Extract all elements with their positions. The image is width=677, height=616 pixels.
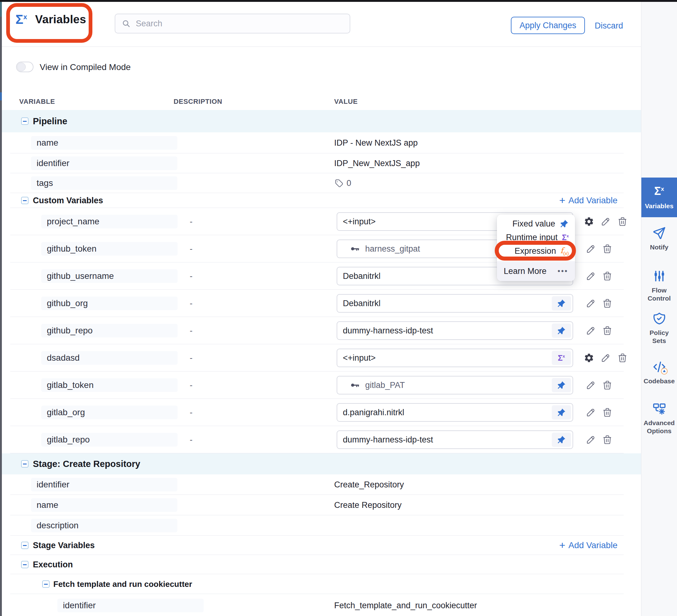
delete-trash-icon[interactable] [602,243,613,254]
variable-name: project_name [47,217,99,227]
variable-name: dsadasd [47,353,80,363]
settings-gear-icon[interactable] [583,216,594,227]
ellipsis-icon: ••• [558,267,568,276]
sidebar-item-notify[interactable]: Notify [641,226,677,251]
variables-sigma-icon: Σx [654,185,664,198]
apply-changes-button[interactable]: Apply Changes [511,17,585,34]
variable-name-pill: gitlab_repo [41,433,178,446]
value-input[interactable]: dummy-harness-idp-test [336,321,573,340]
menu-item-fixed-value[interactable]: Fixed value [497,217,575,231]
add-variable-button[interactable]: +Add Variable [559,540,618,550]
table-row: tags 0 [2,173,641,193]
sidebar-item-policy-sets[interactable]: Policy Sets [641,312,677,345]
sidebar-item-label: Notify [649,243,670,251]
sidebar-item-flow-control[interactable]: Flow Control [641,269,677,302]
expression-annotation-circle [495,241,576,260]
flowchart-gear-icon [652,401,667,416]
variable-name-pill: project_name [41,215,178,228]
edit-pencil-icon[interactable] [585,298,596,309]
section-title: Stage: Create Repository [33,459,140,469]
collapse-icon[interactable] [21,460,29,468]
table-row: identifier Fetch_template_and_run_cookie… [2,594,641,616]
delete-trash-icon[interactable] [602,298,613,309]
sidebar-item-label: Advanced Options [641,419,677,435]
search-box[interactable] [115,14,350,34]
value-text: <+input> [343,217,376,227]
sidebar-item-label: Variables [643,202,675,210]
edit-pencil-icon[interactable] [600,216,611,227]
section-title: Stage Variables [33,541,95,550]
panel-header: Σx Variables Apply Changes Discard [2,2,641,47]
delete-trash-icon[interactable] [602,271,613,282]
fixed-value-pin-button[interactable] [552,405,571,420]
value-input[interactable]: <+input>Σx [336,348,573,367]
variable-description: - [190,408,192,417]
fixed-value-pin-button[interactable] [552,378,571,392]
compiled-mode-label: View in Compiled Mode [40,62,131,72]
edit-pencil-icon[interactable] [585,434,596,445]
section-title: Custom Variables [33,196,103,205]
delete-trash-icon[interactable] [602,325,613,336]
variable-name: github_org [47,298,88,308]
variables-main: Σx Variables Apply Changes Discard View … [2,2,641,616]
edit-pencil-icon[interactable] [585,407,596,418]
collapse-icon[interactable] [42,580,50,588]
edit-pencil-icon[interactable] [585,325,596,336]
sidebar-item-label: Codebase [642,377,676,385]
variable-name-pill: name [31,498,177,512]
fixed-value-pin-button[interactable] [552,433,571,447]
delete-trash-icon[interactable] [602,407,613,418]
table-row: gitlab_token - gitlab_PAT [2,372,641,399]
sidebar-item-advanced-options[interactable]: Advanced Options [641,401,677,435]
variable-name-pill: github_username [41,269,178,283]
variable-name-pill: github_org [41,296,178,310]
compiled-mode-toggle[interactable] [16,62,34,72]
settings-gear-icon[interactable] [583,352,594,364]
fixed-value-pin-button[interactable] [552,296,571,311]
tag-count: 0 [347,179,351,188]
collapse-icon[interactable] [21,117,29,125]
menu-item-label: Fixed value [512,219,555,229]
variable-name: identifier [37,480,70,489]
edit-pencil-icon[interactable] [585,380,596,391]
add-variable-button[interactable]: +Add Variable [559,195,618,205]
variable-value: IDP - New NextJS app [334,138,418,148]
variable-name: description [37,521,79,530]
secret-value-input[interactable]: gitlab_PAT [336,376,573,394]
pin-icon [557,299,566,308]
variable-name: gitlab_repo [47,435,90,445]
collapse-icon[interactable] [21,541,29,549]
fixed-value-pin-button[interactable] [552,324,571,338]
variable-name: github_username [47,271,114,281]
edit-pencil-icon[interactable] [600,352,611,364]
value-input[interactable]: d.panigrahi.nitrkl [336,403,573,422]
menu-item-learn-more[interactable]: Learn More ••• [497,261,575,281]
table-row: identifier Create_Repository [2,474,641,495]
variable-name-pill: github_repo [41,324,178,337]
value-input[interactable]: Debanitrkl [336,294,573,313]
edit-pencil-icon[interactable] [585,243,596,254]
variable-description: - [190,380,192,390]
section-title: Execution [33,560,73,570]
variable-name-pill: identifier [31,156,177,170]
variable-name: identifier [63,601,96,610]
codebase-icon-wrap [652,360,667,374]
runtime-input-button[interactable]: Σx [552,351,571,365]
variable-description: - [190,299,192,308]
delete-trash-icon[interactable] [602,434,613,445]
edit-pencil-icon[interactable] [585,271,596,282]
key-icon [350,380,360,390]
collapse-icon[interactable] [21,561,29,568]
value-input[interactable]: dummy-harness-idp-test [336,430,573,449]
delete-trash-icon[interactable] [617,352,628,364]
sidebar-item-variables[interactable]: Σx Variables [641,178,677,217]
collapse-icon[interactable] [21,197,29,204]
section-header-execution: Execution [2,555,641,574]
delete-trash-icon[interactable] [602,380,613,391]
sidebar-item-codebase[interactable]: Codebase [641,360,677,385]
pin-icon [557,435,566,444]
section-title: Pipeline [33,116,67,127]
delete-trash-icon[interactable] [617,216,628,227]
search-input[interactable] [135,18,344,29]
discard-button[interactable]: Discard [594,21,623,31]
